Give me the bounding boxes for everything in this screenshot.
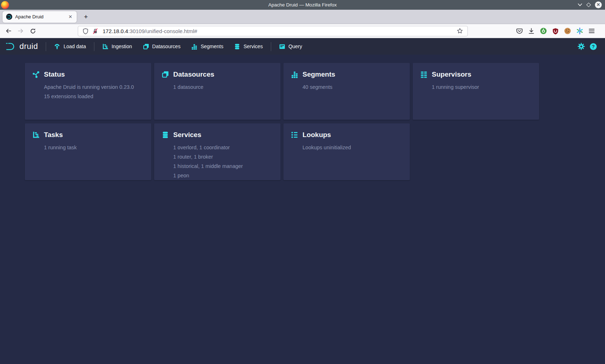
card-title: Segments bbox=[302, 70, 335, 78]
nav-item-load-data[interactable]: Load data bbox=[54, 44, 86, 50]
card-line: 1 running supervisor bbox=[432, 82, 532, 92]
menu-icon[interactable] bbox=[588, 28, 595, 34]
forward-icon[interactable] bbox=[18, 28, 24, 34]
navbar-separator bbox=[94, 42, 94, 51]
nav-item-datasources[interactable]: Datasources bbox=[143, 44, 181, 50]
druid-brand[interactable]: druid bbox=[5, 41, 38, 52]
druid-logo-icon bbox=[5, 41, 16, 52]
layers-icon bbox=[162, 71, 169, 78]
tab-close-icon[interactable]: ✕ bbox=[67, 13, 74, 20]
privacy-ext-icon[interactable] bbox=[540, 27, 547, 35]
cookie-ext-icon[interactable] bbox=[564, 27, 571, 35]
ublock-ext-icon[interactable] bbox=[552, 28, 559, 35]
diamond-icon bbox=[586, 3, 591, 7]
maximize-button[interactable] bbox=[587, 3, 590, 6]
asterisk-ext-icon[interactable] bbox=[576, 27, 583, 35]
navbar-separator bbox=[46, 42, 46, 51]
card-title: Services bbox=[173, 131, 201, 139]
nav-item-services[interactable]: Services bbox=[234, 44, 263, 50]
gantt-icon bbox=[102, 44, 108, 50]
nav-item-query[interactable]: Query bbox=[279, 44, 302, 50]
url-path: :30109/unified-console.html# bbox=[128, 28, 197, 34]
stacked-chart-icon bbox=[291, 71, 298, 78]
card-line: 1 peon bbox=[173, 171, 273, 180]
card-line: 1 datasource bbox=[173, 82, 273, 92]
gear-icon[interactable] bbox=[578, 43, 585, 50]
gantt-icon bbox=[32, 131, 40, 138]
card-title: Datasources bbox=[173, 70, 214, 78]
card-title: Status bbox=[44, 70, 65, 78]
card-lookups[interactable]: Lookups Lookups uninitialized bbox=[283, 123, 410, 180]
card-status[interactable]: Status Apache Druid is running version 0… bbox=[25, 63, 151, 120]
window-title: Apache Druid — Mozilla Firefox bbox=[0, 2, 605, 8]
card-title: Supervisors bbox=[432, 70, 471, 78]
window-titlebar: Apache Druid — Mozilla Firefox ✕ bbox=[0, 0, 605, 10]
tab-bar: Apache Druid ✕ + bbox=[0, 10, 605, 24]
url-text[interactable]: 172.18.0.4:30109/unified-console.html# bbox=[103, 28, 457, 34]
browser-toolbar: 172.18.0.4:30109/unified-console.html# bbox=[0, 24, 605, 38]
new-tab-button[interactable]: + bbox=[82, 13, 90, 21]
graph-icon bbox=[32, 71, 40, 78]
nav-item-segments[interactable]: Segments bbox=[191, 44, 223, 50]
close-button[interactable]: ✕ bbox=[595, 1, 602, 8]
pocket-icon[interactable] bbox=[516, 28, 523, 35]
list-columns-icon bbox=[420, 71, 427, 78]
properties-icon bbox=[291, 131, 298, 138]
tab-title: Apache Druid bbox=[15, 14, 67, 19]
stacked-chart-icon bbox=[191, 44, 197, 50]
layers-icon bbox=[143, 44, 149, 50]
druid-favicon-icon bbox=[6, 14, 12, 20]
brand-wordmark: druid bbox=[19, 42, 38, 51]
card-line: 1 router, 1 broker bbox=[173, 152, 273, 161]
minimize-button[interactable] bbox=[578, 3, 582, 6]
url-bar[interactable]: 172.18.0.4:30109/unified-console.html# bbox=[78, 26, 468, 36]
upload-icon bbox=[54, 44, 60, 50]
console-icon bbox=[279, 44, 285, 50]
card-line: 1 historical, 1 middle manager bbox=[173, 161, 273, 171]
card-line: 40 segments bbox=[302, 82, 403, 92]
nav-item-ingestion[interactable]: Ingestion bbox=[102, 44, 132, 50]
card-segments[interactable]: Segments 40 segments bbox=[283, 63, 410, 120]
card-datasources[interactable]: Datasources 1 datasource bbox=[154, 63, 281, 120]
navbar-separator bbox=[271, 42, 271, 51]
druid-navbar: druid Load data Ingestion Datasources Se… bbox=[0, 38, 605, 55]
card-line: 1 overlord, 1 coordinator bbox=[173, 143, 273, 152]
card-line: 15 extensions loaded bbox=[44, 92, 144, 101]
star-icon[interactable] bbox=[457, 28, 463, 34]
database-icon bbox=[162, 131, 169, 138]
help-icon[interactable]: ? bbox=[590, 43, 597, 50]
database-icon bbox=[234, 44, 240, 50]
shield-icon[interactable] bbox=[82, 28, 89, 34]
card-title: Lookups bbox=[302, 131, 331, 139]
lock-slash-icon[interactable] bbox=[92, 28, 98, 34]
card-line: Apache Druid is running version 0.23.0 bbox=[44, 82, 144, 92]
home-view: Status Apache Druid is running version 0… bbox=[0, 55, 605, 364]
back-icon[interactable] bbox=[5, 28, 12, 34]
chevron-down-icon bbox=[578, 3, 582, 6]
card-title: Tasks bbox=[44, 131, 63, 139]
firefox-logo-icon bbox=[1, 1, 9, 9]
url-host: 172.18.0.4 bbox=[103, 28, 128, 34]
card-services[interactable]: Services 1 overlord, 1 coordinator 1 rou… bbox=[154, 123, 281, 180]
card-supervisors[interactable]: Supervisors 1 running supervisor bbox=[413, 63, 539, 120]
tab-apache-druid[interactable]: Apache Druid ✕ bbox=[3, 11, 77, 23]
reload-icon[interactable] bbox=[30, 28, 36, 34]
card-line: 1 running task bbox=[44, 143, 144, 152]
card-line: Lookups uninitialized bbox=[302, 143, 403, 152]
card-tasks[interactable]: Tasks 1 running task bbox=[25, 123, 151, 180]
download-icon[interactable] bbox=[528, 28, 535, 35]
circle-x-icon: ✕ bbox=[595, 1, 602, 8]
